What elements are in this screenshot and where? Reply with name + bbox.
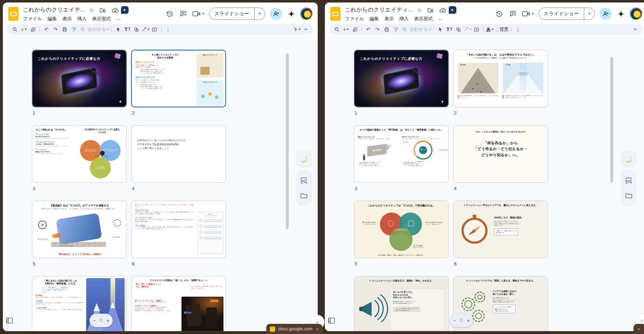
select-cursor-icon[interactable] bbox=[114, 25, 122, 34]
nano-banana-button[interactable] bbox=[296, 151, 312, 168]
new-slide-button[interactable]: + bbox=[20, 25, 28, 34]
star-icon[interactable]: ☆ bbox=[89, 7, 94, 13]
new-slide-layout-icon[interactable] bbox=[29, 25, 37, 34]
slide-thumbnail-7[interactable]: 「単にきれいな絵が描ける」は AI時代の「標準装備」になる ツールとAIの進化に… bbox=[32, 276, 127, 331]
document-title[interactable]: これからのクリエイテ... bbox=[23, 6, 85, 14]
close-icon[interactable]: × bbox=[316, 326, 319, 332]
folder-button[interactable] bbox=[625, 192, 632, 199]
folder-button[interactable] bbox=[300, 192, 308, 199]
comments-icon[interactable] bbox=[509, 9, 517, 18]
menu-format[interactable]: 表示形式 bbox=[414, 16, 433, 22]
slide-thumbnail-4[interactable]: 近年言われていることはその部分なのですが、 クリエイティブとはそれだけがなのか … bbox=[131, 125, 226, 183]
paint-format-icon[interactable] bbox=[392, 25, 400, 34]
slide-thumbnail-3[interactable]: かつて価値の源泉だった「専門技術」は、AIという「標準装備」に変わった。 昔のク… bbox=[354, 125, 449, 183]
fit-zoom-dropdown[interactable]: 合わせる bbox=[410, 25, 431, 34]
collapse-toolbar-icon[interactable] bbox=[302, 25, 310, 34]
zoom-in-icon[interactable] bbox=[79, 25, 87, 34]
slide-thumbnail-2[interactable]: 今と昔にクリエイティブに 求められる事柄 昔のクリエイティブ 「独自の発想」や「… bbox=[131, 50, 226, 107]
account-avatar[interactable] bbox=[630, 8, 642, 20]
slideshow-button[interactable]: スライドショー bbox=[539, 8, 595, 20]
extension-bubble-icon[interactable] bbox=[121, 6, 129, 14]
share-button[interactable] bbox=[599, 8, 612, 20]
slide-thumbnail-8[interactable]: クリエイターの役割は「描く人」から「指揮する人」へ 君の「画力」は最強のエンジン… bbox=[131, 276, 226, 331]
select-cursor-icon[interactable] bbox=[436, 25, 444, 34]
slide-thumbnail-1[interactable]: これからのクリエイティブに必要な力 bbox=[32, 50, 127, 107]
slide-thumbnail-1[interactable]: これからのクリエイティブに必要な力 bbox=[354, 50, 449, 107]
redo-icon[interactable]: ↷ bbox=[373, 25, 381, 34]
version-history-icon[interactable] bbox=[166, 9, 174, 18]
background-button[interactable]: 背景 bbox=[499, 25, 509, 34]
image-search-button[interactable] bbox=[625, 177, 632, 184]
version-history-icon[interactable] bbox=[495, 9, 504, 18]
google-slides-logo[interactable] bbox=[330, 7, 341, 21]
slide-thumbnail-5[interactable]: これからのクリエイティブは「3つの力」で再定義される。 クリエイティブ ディレク… bbox=[354, 201, 449, 258]
text-tool-icon[interactable]: TT bbox=[124, 25, 131, 34]
zoom-in-button[interactable]: + bbox=[467, 318, 470, 323]
print-icon[interactable] bbox=[382, 25, 390, 34]
menu-edit[interactable]: 編集 bbox=[47, 16, 57, 22]
menu-insert[interactable]: 挿入 bbox=[77, 16, 87, 22]
insert-textbox-icon[interactable] bbox=[151, 25, 159, 34]
collapse-toolbar-icon[interactable] bbox=[631, 25, 639, 34]
text-tool-icon[interactable]: TT bbox=[446, 25, 453, 34]
extension-bubble-icon[interactable] bbox=[449, 6, 456, 14]
slide-thumbnail-6[interactable]: ① ディレクション:平凡なアイデアを、優れたプロジェクトに変える力。 方向性こそ… bbox=[453, 201, 548, 258]
more-tools-icon[interactable]: ⋮ bbox=[164, 25, 172, 34]
move-folder-icon[interactable] bbox=[426, 6, 435, 15]
gemini-spark-icon[interactable] bbox=[616, 9, 625, 18]
shape-tool-icon[interactable] bbox=[455, 25, 463, 34]
slide-thumbnail-5[interactable]: 【賛成派】今は「3つの力」がアイデアを凌駕する AIやツールで「作れる」からこそ… bbox=[32, 201, 127, 258]
undo-icon[interactable]: ↶ bbox=[42, 25, 50, 34]
undo-icon[interactable]: ↶ bbox=[364, 25, 372, 34]
move-folder-icon[interactable] bbox=[98, 6, 107, 15]
gemini-spark-icon[interactable] bbox=[287, 9, 296, 18]
insert-textbox-icon[interactable] bbox=[473, 25, 481, 34]
close-icon[interactable]: × bbox=[637, 326, 640, 332]
more-tools-icon[interactable]: ⋮ bbox=[514, 25, 522, 34]
line-tool-icon[interactable] bbox=[464, 25, 472, 34]
docs-tab-badge[interactable]: docs.google.com × bbox=[266, 324, 322, 334]
slideshow-button[interactable]: スライドショー bbox=[209, 8, 265, 20]
cloud-saved-icon[interactable] bbox=[111, 6, 120, 15]
menu-view[interactable]: 表示 bbox=[384, 16, 394, 22]
zoom-reset-icon[interactable] bbox=[99, 318, 104, 323]
new-slide-button[interactable]: + bbox=[342, 25, 350, 34]
zoom-out-button[interactable]: − bbox=[93, 318, 96, 323]
redo-icon[interactable]: ↷ bbox=[51, 25, 59, 34]
slideshow-dropdown[interactable] bbox=[254, 8, 265, 20]
image-search-button[interactable] bbox=[300, 177, 308, 184]
filmstrip-view-toggle[interactable] bbox=[6, 317, 13, 324]
menu-overflow[interactable]: ... bbox=[116, 16, 120, 22]
menu-file[interactable]: ファイル bbox=[23, 16, 42, 22]
print-icon[interactable] bbox=[60, 25, 68, 34]
slide-thumbnail-2[interactable]: 「きれいな絵が描ける」は、もはや特別なスキルではない。 ツールとAIの進化により… bbox=[453, 50, 548, 107]
meet-camera-button[interactable] bbox=[192, 11, 204, 17]
share-button[interactable] bbox=[270, 8, 282, 20]
slide-thumbnail-3[interactable]: そこで問われる「3つの力」 ディレクション何を作るか決める力方向性こそが、凡庸な… bbox=[32, 125, 127, 183]
font-tool-dropdown[interactable]: あ bbox=[486, 25, 494, 34]
vertical-scrollbar[interactable] bbox=[286, 53, 289, 229]
vertical-scrollbar[interactable] bbox=[610, 57, 613, 183]
menu-view[interactable]: 表示 bbox=[62, 16, 72, 22]
document-title[interactable]: これからのクリエイティ... bbox=[345, 6, 413, 14]
menu-format[interactable]: 表示形式 bbox=[92, 16, 111, 22]
fit-zoom-dropdown[interactable]: 合わせる bbox=[88, 25, 109, 34]
google-slides-logo[interactable] bbox=[8, 7, 19, 21]
zoom-in-button[interactable]: + bbox=[106, 318, 109, 323]
menu-overflow[interactable]: ... bbox=[438, 16, 442, 22]
paint-format-icon[interactable] bbox=[70, 25, 78, 34]
comments-icon[interactable] bbox=[179, 9, 188, 18]
zoom-tool-icon[interactable] bbox=[11, 25, 19, 34]
zoom-tool-icon[interactable] bbox=[333, 25, 341, 34]
filmstrip-view-toggle[interactable] bbox=[328, 317, 335, 324]
slide-thumbnail-6[interactable]: AIやツールで「作れる」からこそ、「どう作るか・どう伝えるか・どうやり切るか」が… bbox=[131, 201, 226, 258]
star-icon[interactable]: ☆ bbox=[417, 7, 422, 13]
zoom-out-button[interactable]: − bbox=[453, 318, 456, 323]
slide-thumbnail-7[interactable]: ② コミュニケーション:共感を広げ、価値を「存在」させる力。 良いものを作っても… bbox=[354, 276, 449, 331]
meet-camera-button[interactable] bbox=[522, 11, 534, 17]
menu-insert[interactable]: 挿入 bbox=[399, 16, 409, 22]
menu-edit[interactable]: 編集 bbox=[369, 16, 379, 22]
line-tool-icon[interactable] bbox=[142, 25, 150, 34]
shape-tool-icon[interactable] bbox=[133, 25, 141, 34]
zoom-in-icon[interactable] bbox=[401, 25, 409, 34]
